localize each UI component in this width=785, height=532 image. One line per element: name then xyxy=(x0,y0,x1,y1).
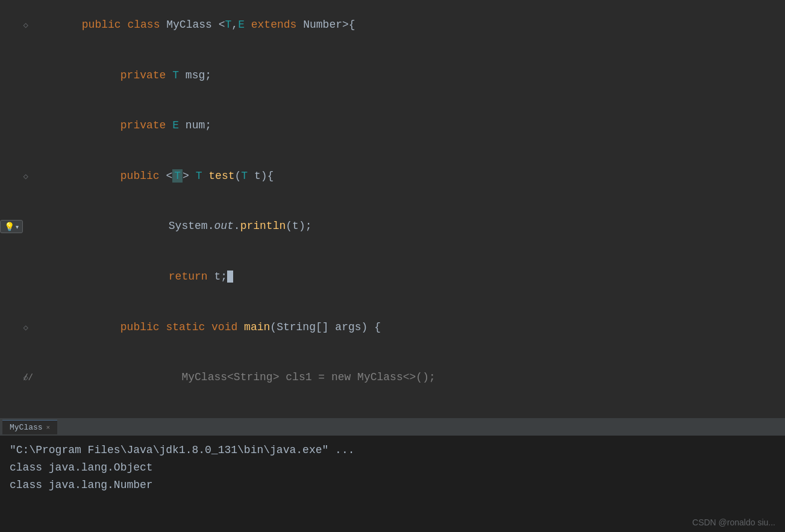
code-content-4: public <T> T test(T t){ xyxy=(33,151,785,202)
bulb-icon: 💡 xyxy=(4,222,14,231)
code-line-5: 💡 ▾ System.out.println(t); xyxy=(0,201,785,252)
code-content-8: MyClass<String> cls1 = new MyClass<>(); xyxy=(33,352,785,403)
code-content-1: public class MyClass <T,E extends Number… xyxy=(33,0,785,51)
code-content-9: MyClass<Integer> cls2 = new MyClass<>(); xyxy=(33,403,785,419)
code-line-8: ◇ // MyClass<String> cls1 = new MyClass<… xyxy=(0,352,785,403)
gutter-4: ◇ xyxy=(0,171,33,181)
code-content-2: private T msg; xyxy=(33,51,785,101)
console-command-line: "C:\Program Files\Java\jdk1.8.0_131\bin\… xyxy=(10,442,775,459)
code-line-6: return t; xyxy=(0,252,785,302)
console-tab-bar: MyClass × xyxy=(0,419,785,436)
bottom-panel: MyClass × "C:\Program Files\Java\jdk1.8.… xyxy=(0,418,785,532)
console-output-2: class java.lang.Number xyxy=(10,477,775,494)
gutter-8: ◇ // xyxy=(0,372,33,383)
fold-arrow-7[interactable]: ◇ xyxy=(23,322,28,333)
code-content-5: System.out.println(t); xyxy=(33,201,785,252)
gutter-1: ◇ xyxy=(0,20,33,30)
console-tab-close[interactable]: × xyxy=(46,424,51,431)
code-line-1: ◇ public class MyClass <T,E extends Numb… xyxy=(0,0,785,51)
code-content-6: return t; xyxy=(33,252,785,302)
quick-fix-button[interactable]: 💡 ▾ xyxy=(0,220,23,233)
console-output-1: class java.lang.Object xyxy=(10,459,775,477)
code-content-7: public static void main(String[] args) { xyxy=(33,302,785,352)
code-content-3: private E num; xyxy=(33,101,785,151)
code-line-3: private E num; xyxy=(0,101,785,151)
console-tab-label: MyClass xyxy=(10,423,43,432)
console-tab-myclass[interactable]: MyClass × xyxy=(2,420,57,434)
code-line-9: // MyClass<Integer> cls2 = new MyClass<>… xyxy=(0,403,785,419)
fold-arrow-1[interactable]: ◇ xyxy=(23,20,28,30)
watermark: CSDN @ronaldo siu... xyxy=(692,518,775,527)
console-output-area: "C:\Program Files\Java\jdk1.8.0_131\bin\… xyxy=(0,436,785,532)
code-line-4: ◇ public <T> T test(T t){ xyxy=(0,151,785,202)
text-cursor xyxy=(227,271,233,283)
gutter-7: ◇ xyxy=(0,322,33,333)
fold-arrow-4[interactable]: ◇ xyxy=(23,171,28,181)
code-editor: ◇ public class MyClass <T,E extends Numb… xyxy=(0,0,785,418)
dropdown-icon: ▾ xyxy=(16,224,19,230)
code-line-2: private T msg; xyxy=(0,51,785,101)
code-line-7: ◇ public static void main(String[] args)… xyxy=(0,302,785,352)
